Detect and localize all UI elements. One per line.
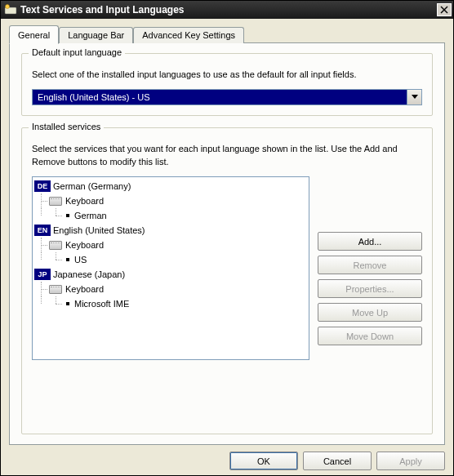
close-icon [440, 6, 448, 14]
ok-button[interactable]: OK [229, 452, 298, 470]
tree-line [34, 238, 49, 252]
dropdown-button[interactable] [407, 90, 421, 105]
tree-label: Microsoft IME [74, 299, 129, 309]
tree-label: Keyboard [65, 196, 104, 206]
dialog-button-row: OK Cancel Apply [9, 445, 445, 470]
tree-line [49, 252, 64, 267]
svg-marker-4 [412, 95, 418, 99]
tree-line [49, 208, 64, 223]
lang-badge-icon: JP [34, 269, 51, 280]
properties-button[interactable]: Properties... [318, 279, 422, 298]
tree-item-category[interactable]: Keyboard [34, 238, 307, 252]
tab-advanced-key-settings[interactable]: Advanced Key Settings [133, 27, 244, 43]
tree-label: US [74, 255, 87, 265]
svg-point-1 [6, 5, 10, 9]
content-area: General Language Bar Advanced Key Settin… [1, 19, 453, 475]
tab-label: Advanced Key Settings [142, 30, 235, 40]
tree-line [34, 252, 49, 267]
keyboard-icon [49, 197, 62, 206]
services-body: DE German (Germany) Keyboard Ge [32, 176, 422, 360]
tab-label: Language Bar [68, 30, 124, 40]
tree-item-language[interactable]: EN English (United States) [34, 223, 307, 238]
group-default-input-language: Default input language Select one of the… [21, 53, 433, 116]
installed-services-tree[interactable]: DE German (Germany) Keyboard Ge [32, 176, 309, 360]
tree-line [34, 296, 49, 311]
tree-item-layout[interactable]: Microsoft IME [34, 296, 307, 311]
lang-badge-icon: DE [34, 180, 51, 192]
tree-line [49, 296, 64, 311]
group-title: Default input language [29, 47, 125, 57]
close-button[interactable] [437, 3, 452, 16]
titlebar: Text Services and Input Languages [1, 1, 453, 19]
keyboard-icon [49, 285, 62, 294]
add-button[interactable]: Add... [318, 232, 422, 251]
chevron-down-icon [412, 95, 418, 100]
bullet-icon [66, 214, 69, 217]
keyboard-icon [49, 241, 62, 250]
tree-item-layout[interactable]: US [34, 252, 307, 267]
tree-label: Japanese (Japan) [53, 269, 125, 279]
remove-button[interactable]: Remove [318, 256, 422, 274]
bullet-icon [66, 302, 69, 305]
tree-item-language[interactable]: JP Japanese (Japan) [34, 267, 307, 282]
tree-line [34, 194, 49, 208]
move-up-button[interactable]: Move Up [318, 303, 422, 322]
tab-label: General [18, 30, 50, 40]
tree-label: English (United States) [53, 225, 145, 235]
services-button-column: Add... Remove Properties... Move Up Move… [318, 176, 422, 360]
group-help-text: Select the services that you want for ea… [32, 143, 422, 168]
tree-item-layout[interactable]: German [34, 208, 307, 223]
app-icon [4, 3, 17, 16]
tree-label: Keyboard [65, 240, 104, 250]
cancel-button[interactable]: Cancel [303, 452, 372, 470]
move-down-button[interactable]: Move Down [318, 327, 422, 345]
dropdown-value: English (United States) - US [33, 90, 407, 105]
lang-badge-icon: EN [34, 225, 51, 236]
group-installed-services: Installed services Select the services t… [21, 127, 433, 434]
tree-item-language[interactable]: DE German (Germany) [34, 179, 307, 194]
default-language-dropdown[interactable]: English (United States) - US [32, 89, 422, 105]
window-frame: Text Services and Input Languages Genera… [0, 0, 454, 476]
bullet-icon [66, 258, 69, 261]
tab-panel-general: Default input language Select one of the… [9, 42, 445, 445]
window-title: Text Services and Input Languages [20, 4, 437, 16]
tree-item-category[interactable]: Keyboard [34, 282, 307, 296]
tabstrip: General Language Bar Advanced Key Settin… [9, 25, 445, 43]
tree-line [34, 282, 49, 296]
tab-general[interactable]: General [9, 25, 59, 44]
group-title: Installed services [29, 122, 104, 131]
apply-button[interactable]: Apply [376, 452, 445, 470]
tree-line [34, 208, 49, 223]
group-help-text: Select one of the installed input langua… [32, 69, 422, 81]
tree-label: German (Germany) [53, 181, 131, 191]
tree-item-category[interactable]: Keyboard [34, 194, 307, 208]
tree-label: German [74, 211, 107, 220]
tab-language-bar[interactable]: Language Bar [59, 27, 133, 43]
tree-label: Keyboard [65, 284, 104, 294]
